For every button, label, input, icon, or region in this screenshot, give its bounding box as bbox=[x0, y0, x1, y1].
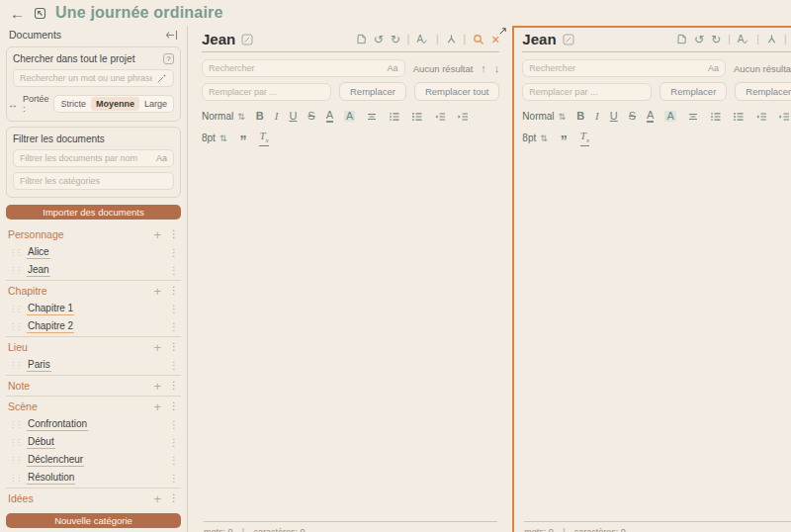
document-menu-icon[interactable]: ⋮ bbox=[169, 473, 179, 484]
document-name[interactable]: Début bbox=[27, 436, 55, 449]
text-color-button[interactable]: A bbox=[326, 110, 333, 123]
bullet-list-icon[interactable] bbox=[411, 111, 423, 123]
outdent-icon[interactable] bbox=[755, 111, 767, 123]
category-header[interactable]: Note + ⋮ bbox=[6, 377, 181, 395]
blockquote-button[interactable]: ” bbox=[561, 137, 568, 144]
rename-icon[interactable] bbox=[563, 34, 574, 45]
document-menu-icon[interactable]: ⋮ bbox=[169, 304, 179, 314]
redo-icon[interactable]: ↻ bbox=[391, 34, 400, 45]
editor-case-toggle[interactable]: Aa bbox=[388, 63, 398, 73]
expand-pane-icon[interactable] bbox=[498, 27, 507, 36]
document-name[interactable]: Déclencheur bbox=[27, 454, 84, 467]
align-icon[interactable] bbox=[366, 111, 378, 123]
outdent-icon[interactable] bbox=[434, 111, 446, 123]
document-item[interactable]: ⋮⋮ Confrontation ⋮ bbox=[6, 415, 181, 433]
editor-content[interactable] bbox=[522, 146, 791, 521]
drag-handle-icon[interactable]: ⋮⋮ bbox=[9, 305, 21, 313]
document-name[interactable]: Résolution bbox=[27, 472, 75, 485]
notes-icon[interactable] bbox=[676, 34, 687, 44]
spellcheck-icon[interactable]: A✓ bbox=[416, 34, 429, 44]
italic-button[interactable]: I bbox=[595, 111, 599, 122]
filter-name-input[interactable] bbox=[20, 153, 152, 163]
replace-input[interactable] bbox=[209, 87, 324, 97]
scope-option-stricte[interactable]: Stricte bbox=[55, 97, 91, 111]
replace-field[interactable] bbox=[522, 83, 652, 101]
document-menu-icon[interactable]: ⋮ bbox=[169, 437, 179, 448]
drag-handle-icon[interactable]: ⋮⋮ bbox=[9, 361, 21, 370]
bullet-list-icon[interactable] bbox=[733, 111, 745, 123]
case-sensitivity-toggle[interactable]: Aa bbox=[156, 153, 167, 163]
editor-search-input[interactable] bbox=[529, 63, 704, 73]
document-item[interactable]: ⋮⋮ Début ⋮ bbox=[6, 433, 181, 451]
category-header[interactable]: Chapitre + ⋮ bbox=[6, 282, 181, 300]
document-name[interactable]: Chapitre 1 bbox=[27, 303, 74, 315]
bold-button[interactable]: B bbox=[576, 111, 584, 122]
category-header[interactable]: Personnage + ⋮ bbox=[6, 225, 181, 243]
replace-all-button[interactable]: Remplacer tout bbox=[414, 82, 499, 101]
import-documents-button[interactable]: Importer des documents bbox=[6, 205, 181, 220]
document-item[interactable]: ⋮⋮ Déclencheur ⋮ bbox=[6, 451, 181, 469]
replace-all-button[interactable]: Remplacer tout bbox=[735, 82, 791, 101]
editor-search-field[interactable]: Aa bbox=[522, 59, 726, 77]
projects-icon[interactable] bbox=[34, 7, 46, 20]
drag-handle-icon[interactable]: ⋮⋮ bbox=[9, 420, 21, 429]
drag-handle-icon[interactable]: ⋮⋮ bbox=[9, 248, 21, 257]
document-name[interactable]: Confrontation bbox=[27, 418, 88, 431]
category-menu-icon[interactable]: ⋮ bbox=[169, 493, 179, 503]
text-color-button[interactable]: A bbox=[647, 110, 654, 123]
notes-icon[interactable] bbox=[356, 34, 367, 44]
add-document-icon[interactable]: + bbox=[153, 492, 161, 505]
blockquote-button[interactable]: ” bbox=[239, 137, 246, 144]
redo-icon[interactable]: ↻ bbox=[711, 34, 721, 45]
category-menu-icon[interactable]: ⋮ bbox=[169, 381, 179, 391]
filter-category-input[interactable] bbox=[20, 176, 167, 186]
replace-button[interactable]: Remplacer bbox=[339, 82, 406, 101]
clear-format-button[interactable]: Tx bbox=[259, 130, 268, 146]
filter-category-field[interactable] bbox=[13, 172, 174, 190]
undo-icon[interactable]: ↺ bbox=[694, 34, 704, 45]
document-item[interactable]: ⋮⋮ Alice ⋮ bbox=[6, 243, 181, 261]
editor-search-field[interactable]: Aa bbox=[202, 59, 405, 77]
drag-handle-icon[interactable]: ⋮⋮ bbox=[9, 474, 21, 483]
editor-search-input[interactable] bbox=[209, 63, 384, 73]
strikethrough-button[interactable]: S bbox=[629, 111, 636, 122]
bold-button[interactable]: B bbox=[256, 111, 264, 122]
strikethrough-button[interactable]: S bbox=[308, 111, 314, 122]
drag-handle-icon[interactable]: ⋮⋮ bbox=[9, 266, 21, 275]
italic-button[interactable]: I bbox=[275, 111, 279, 122]
font-size-select[interactable]: 8pt ⇅ bbox=[202, 133, 226, 143]
next-result-icon[interactable]: ↓ bbox=[494, 62, 500, 74]
indent-icon[interactable] bbox=[457, 111, 469, 123]
category-header[interactable]: Lieu + ⋮ bbox=[6, 338, 181, 356]
add-document-icon[interactable]: + bbox=[153, 341, 161, 354]
help-icon[interactable]: ? bbox=[163, 53, 174, 64]
undo-icon[interactable]: ↺ bbox=[374, 34, 384, 45]
category-header[interactable]: Idées + ⋮ bbox=[6, 489, 181, 507]
document-name[interactable]: Chapitre 2 bbox=[27, 320, 74, 333]
paragraph-style-select[interactable]: Normal ⇅ bbox=[202, 111, 245, 122]
document-item[interactable]: ⋮⋮ Chapitre 1 ⋮ bbox=[6, 300, 181, 317]
document-name[interactable]: Paris bbox=[27, 359, 51, 372]
document-name[interactable]: Jean bbox=[27, 264, 50, 277]
document-menu-icon[interactable]: ⋮ bbox=[169, 419, 179, 430]
replace-button[interactable]: Remplacer bbox=[659, 82, 727, 101]
category-menu-icon[interactable]: ⋮ bbox=[169, 286, 179, 296]
editor-content[interactable] bbox=[202, 146, 499, 521]
paragraph-style-select[interactable]: Normal ⇅ bbox=[522, 111, 566, 122]
underline-button[interactable]: U bbox=[289, 111, 297, 122]
add-document-icon[interactable]: + bbox=[153, 400, 161, 413]
drag-handle-icon[interactable]: ⋮⋮ bbox=[9, 456, 21, 465]
collapse-sidebar-icon[interactable] bbox=[165, 30, 178, 41]
ordered-list-icon[interactable] bbox=[710, 111, 722, 123]
document-menu-icon[interactable]: ⋮ bbox=[169, 247, 179, 258]
document-name[interactable]: Alice bbox=[27, 246, 50, 259]
category-menu-icon[interactable]: ⋮ bbox=[169, 342, 179, 352]
highlight-button[interactable]: A bbox=[664, 111, 675, 122]
document-item[interactable]: ⋮⋮ Paris ⋮ bbox=[6, 356, 181, 374]
add-document-icon[interactable]: + bbox=[153, 228, 161, 241]
document-menu-icon[interactable]: ⋮ bbox=[169, 321, 179, 332]
clear-format-button[interactable]: Tx bbox=[580, 130, 589, 146]
document-menu-icon[interactable]: ⋮ bbox=[169, 265, 179, 276]
previous-result-icon[interactable]: ↑ bbox=[481, 62, 486, 74]
spellcheck-icon[interactable]: A✓ bbox=[738, 34, 750, 44]
